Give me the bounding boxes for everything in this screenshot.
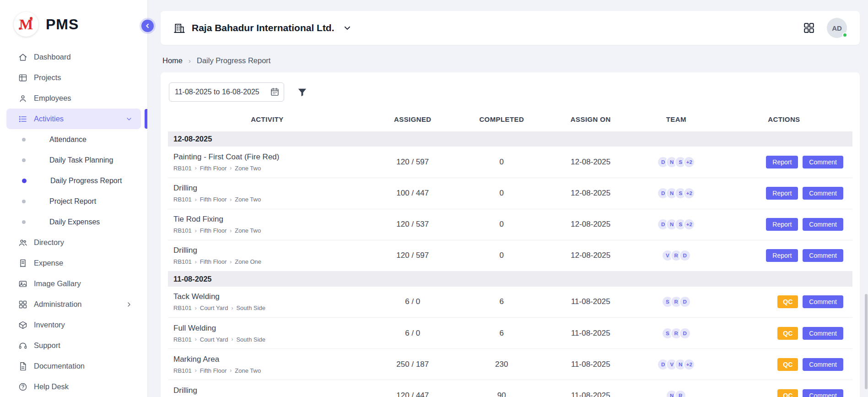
report-button[interactable]: Report xyxy=(766,249,798,262)
activity-name: Tack Welding xyxy=(173,292,363,301)
team-avatar[interactable]: D xyxy=(679,250,691,261)
user-avatar[interactable]: AD xyxy=(827,18,847,38)
directory-icon xyxy=(18,238,27,247)
row-actions: QCComment xyxy=(719,327,843,340)
comment-button[interactable]: Comment xyxy=(803,295,843,308)
comment-button[interactable]: Comment xyxy=(803,249,843,262)
scrollbar-thumb[interactable] xyxy=(865,294,868,389)
sidebar-subitem-label: Daily Progress Report xyxy=(50,177,122,185)
sidebar-item-dashboard[interactable]: Dashboard xyxy=(6,47,141,67)
company-selector[interactable]: Raja Bahadur International Ltd. xyxy=(173,22,352,34)
col-activity: ACTIVITY xyxy=(168,110,367,131)
report-button[interactable]: Report xyxy=(766,218,798,231)
apps-grid-icon[interactable] xyxy=(803,22,815,34)
date-range-input[interactable] xyxy=(169,82,284,102)
online-status-dot xyxy=(842,33,847,38)
chevron-right-icon: › xyxy=(230,228,232,234)
completed-value: 0 xyxy=(459,209,545,240)
report-button[interactable]: Report xyxy=(766,187,798,200)
sidebar-subitem-daily-expenses[interactable]: Daily Expenses xyxy=(6,212,141,232)
sidebar-subitem-attendance[interactable]: Attendance xyxy=(6,129,141,150)
sidebar-subitem-project-report[interactable]: Project Report xyxy=(6,191,141,212)
filter-icon[interactable] xyxy=(297,87,307,98)
chevron-right-icon: › xyxy=(189,57,191,65)
calendar-icon[interactable] xyxy=(270,87,280,97)
qc-button[interactable]: QC xyxy=(777,327,798,340)
location-segment: Zone Two xyxy=(235,227,261,234)
location-segment: Fifth Floor xyxy=(200,258,227,265)
completed-value: 90 xyxy=(459,380,545,397)
comment-button[interactable]: Comment xyxy=(803,358,843,371)
table-row: DrillingRB101›Fifth Floor›Zone One120 / … xyxy=(168,240,852,271)
qc-button[interactable]: QC xyxy=(777,295,798,308)
table-row: Tie Rod FixingRB101›Fifth Floor›Zone Two… xyxy=(168,209,852,240)
chevron-right-icon: › xyxy=(230,196,232,203)
sidebar-item-image-gallary[interactable]: Image Gallary xyxy=(6,273,141,294)
sidebar-item-inventory[interactable]: Inventory xyxy=(6,315,141,335)
team-avatar[interactable]: R xyxy=(674,390,686,397)
sidebar-item-expense[interactable]: Expense xyxy=(6,253,141,273)
location-segment: Zone Two xyxy=(235,367,261,374)
sidebar-item-documentation[interactable]: Documentation xyxy=(6,356,141,376)
assign-on-date: 11-08-2025 xyxy=(545,287,637,318)
sidebar-item-activities[interactable]: Activities xyxy=(6,109,141,129)
team-extra-count[interactable]: +2 xyxy=(683,218,695,230)
sidebar-item-administration[interactable]: Administration xyxy=(6,294,141,315)
sidebar-item-directory[interactable]: Directory xyxy=(6,232,141,253)
comment-button[interactable]: Comment xyxy=(803,218,843,231)
sidebar-item-help-desk[interactable]: Help Desk xyxy=(6,376,141,397)
group-date-label: 12-08-2025 xyxy=(173,135,212,143)
team-extra-count[interactable]: +2 xyxy=(683,187,695,199)
sidebar-subitem-daily-progress-report[interactable]: Daily Progress Report xyxy=(6,170,141,191)
chevron-down-icon xyxy=(343,23,352,33)
team-avatar[interactable]: D xyxy=(679,296,691,308)
administration-icon xyxy=(18,300,27,309)
completed-value: 0 xyxy=(459,178,545,209)
sidebar-item-employees[interactable]: Employees xyxy=(6,88,141,109)
date-group-row: 11-08-2025 xyxy=(168,271,852,287)
location-segment: Fifth Floor xyxy=(200,196,227,203)
comment-button[interactable]: Comment xyxy=(803,187,843,200)
activity-location: RB101›Fifth Floor›Zone Two xyxy=(173,165,363,172)
inventory-icon xyxy=(18,321,27,330)
comment-button[interactable]: Comment xyxy=(803,389,843,397)
row-actions: ReportComment xyxy=(719,156,843,169)
app-logo[interactable]: M PMS xyxy=(0,0,147,37)
bullet-icon xyxy=(22,200,26,203)
assigned-value: 100 / 447 xyxy=(367,178,459,209)
sidebar-item-projects[interactable]: Projects xyxy=(6,67,141,88)
sidebar-subitem-daily-task-planning[interactable]: Daily Task Planning xyxy=(6,150,141,170)
bullet-icon xyxy=(22,179,27,183)
sidebar-item-label: Dashboard xyxy=(34,53,71,61)
sidebar-item-support[interactable]: Support xyxy=(6,335,141,356)
comment-button[interactable]: Comment xyxy=(803,156,843,169)
helpdesk-icon xyxy=(18,382,27,392)
qc-button[interactable]: QC xyxy=(777,358,798,371)
location-segment: RB101 xyxy=(173,196,192,203)
completed-value: 6 xyxy=(459,318,545,349)
assigned-value: 250 / 187 xyxy=(367,349,459,380)
main-area: Raja Bahadur International Ltd. AD Home … xyxy=(148,0,868,397)
location-segment: Court Yard xyxy=(200,336,228,343)
chevron-right-icon: › xyxy=(195,305,197,311)
support-icon xyxy=(18,341,27,350)
row-actions: ReportComment xyxy=(719,187,843,200)
sidebar-collapse-button[interactable] xyxy=(141,20,154,32)
sidebar-item-label: Support xyxy=(34,341,60,350)
location-segment: Fifth Floor xyxy=(200,227,227,234)
team-extra-count[interactable]: +2 xyxy=(683,156,695,168)
team-avatars: DNS+2 xyxy=(641,218,712,230)
group-date-label: 11-08-2025 xyxy=(173,275,212,283)
activity-name: Drilling xyxy=(173,246,363,255)
team-avatar[interactable]: D xyxy=(679,327,691,339)
scrollbar[interactable] xyxy=(864,0,868,397)
team-extra-count[interactable]: +2 xyxy=(683,359,695,370)
qc-button[interactable]: QC xyxy=(777,389,798,397)
report-button[interactable]: Report xyxy=(766,156,798,169)
chevron-right-icon: › xyxy=(231,336,233,343)
activity-location: RB101›Fifth Floor›Zone Two xyxy=(173,227,363,234)
assign-on-date: 12-08-2025 xyxy=(545,178,637,209)
comment-button[interactable]: Comment xyxy=(803,327,843,340)
assigned-value: 120 / 447 xyxy=(367,380,459,397)
breadcrumb-home[interactable]: Home xyxy=(162,56,183,65)
